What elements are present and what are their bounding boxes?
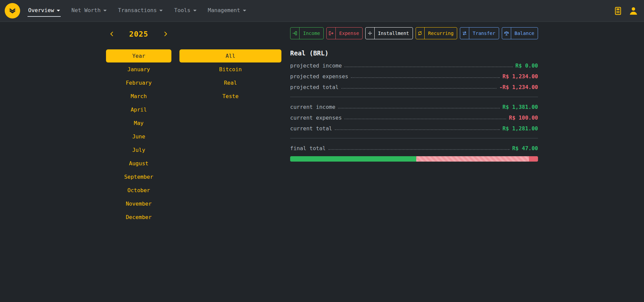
summary-row-final-total: final total R$ 47.00 [290, 143, 538, 154]
dotted-leader [335, 129, 500, 130]
caret-down-icon [193, 10, 197, 11]
dotted-leader [344, 67, 513, 67]
month-item-october[interactable]: October [106, 183, 171, 197]
summary-row-current-total: current total R$ 1,281.00 [290, 123, 538, 134]
repeat-icon [416, 28, 425, 39]
installment-button-label: Installment [375, 28, 413, 39]
nav-item-label: Overview [28, 7, 54, 13]
month-item-april[interactable]: April [106, 103, 171, 116]
chevron-right-icon [163, 31, 169, 37]
row-value: R$ 0.00 [516, 62, 538, 69]
month-item-august[interactable]: August [106, 157, 171, 170]
current-group: current income R$ 1,381.00 current expen… [290, 101, 538, 134]
nav-item-label: Transactions [118, 7, 157, 13]
caret-down-icon [159, 10, 163, 11]
row-value: R$ 1,234.00 [502, 73, 538, 80]
summary-column: Income Expense Installment [290, 27, 538, 162]
year-button[interactable]: Year [106, 49, 171, 62]
expense-button-label: Expense [336, 28, 362, 39]
caret-down-icon [243, 10, 246, 11]
dotted-leader [338, 108, 500, 109]
month-item-january[interactable]: January [106, 62, 171, 76]
summary-row-projected-total: projected total -R$ 1,234.00 [290, 82, 538, 92]
row-value: R$ 1,281.00 [502, 125, 538, 132]
row-value: R$ 47.00 [512, 145, 538, 152]
accounts-column: All Bitcoin Real Teste [179, 27, 281, 103]
caret-down-icon [57, 10, 60, 11]
division-icon [366, 28, 374, 39]
income-button[interactable]: Income [290, 27, 324, 39]
recurring-button[interactable]: Recurring [416, 27, 458, 39]
summary-row-current-income: current income R$ 1,381.00 [290, 101, 538, 112]
all-accounts-button[interactable]: All [179, 49, 281, 62]
month-item-june[interactable]: June [106, 130, 171, 143]
month-item-september[interactable]: September [106, 170, 171, 183]
account-item-teste[interactable]: Teste [179, 89, 281, 103]
next-year-button[interactable] [161, 30, 170, 38]
dotted-leader [341, 88, 497, 89]
row-label: current expenses [290, 115, 342, 121]
box-arrow-out-icon [327, 28, 336, 39]
row-label: projected total [290, 84, 339, 90]
nav-item-transactions[interactable]: Transactions [117, 5, 164, 17]
summary-title: Real (BRL) [290, 49, 538, 57]
row-label: final total [290, 145, 326, 152]
final-group: final total R$ 47.00 [290, 143, 538, 154]
nav-item-tools[interactable]: Tools [173, 5, 197, 17]
month-item-july[interactable]: July [106, 143, 171, 157]
transfer-button[interactable]: Transfer [460, 27, 499, 39]
chevron-left-icon [109, 31, 115, 37]
box-arrow-in-icon [290, 28, 300, 39]
nav-item-label: Management [208, 7, 240, 13]
summary-row-current-expenses: current expenses R$ 100.00 [290, 112, 538, 123]
scales-icon [502, 28, 511, 39]
row-label: current income [290, 104, 335, 110]
month-item-march[interactable]: March [106, 89, 171, 103]
calculator-icon[interactable] [614, 7, 622, 15]
month-item-may[interactable]: May [106, 116, 171, 130]
account-item-bitcoin[interactable]: Bitcoin [179, 62, 281, 76]
installment-button[interactable]: Installment [365, 27, 413, 39]
account-item-real[interactable]: Real [179, 76, 281, 89]
transaction-actions: Income Expense Installment [290, 27, 538, 39]
user-icon[interactable] [629, 6, 638, 15]
period-column: 2025 Year January February March April M… [106, 27, 171, 224]
summary-row-projected-expenses: projected expenses R$ 1,234.00 [290, 71, 538, 82]
navbar-right-icons [614, 6, 638, 15]
dotted-leader [344, 119, 506, 119]
row-label: current total [290, 125, 332, 132]
budget-progress-bar [290, 156, 538, 162]
progress-segment-current-expenses [529, 156, 538, 162]
row-value: R$ 1,381.00 [502, 104, 538, 110]
month-list: January February March April May June Ju… [106, 62, 171, 224]
recurring-button-label: Recurring [425, 28, 457, 39]
year-label: 2025 [129, 30, 148, 38]
row-value: R$ 100.00 [509, 115, 538, 121]
balance-button[interactable]: Balance [502, 27, 538, 39]
double-chevron-logo-icon [8, 6, 17, 15]
month-item-february[interactable]: February [106, 76, 171, 89]
month-item-december[interactable]: December [106, 210, 171, 224]
dotted-leader [328, 149, 509, 150]
account-list: Bitcoin Real Teste [179, 62, 281, 103]
main-nav: Overview Net Worth Transactions Tools Ma… [28, 0, 247, 21]
prev-year-button[interactable] [107, 30, 116, 38]
nav-item-overview[interactable]: Overview [28, 5, 61, 17]
year-selector: 2025 [106, 27, 171, 41]
app-logo[interactable] [5, 3, 20, 18]
caret-down-icon [103, 10, 107, 11]
summary-row-projected-income: projected income R$ 0.00 [290, 60, 538, 71]
divider [290, 97, 538, 97]
nav-item-label: Tools [174, 7, 190, 13]
progress-segment-current-income [290, 156, 416, 162]
row-value: -R$ 1,234.00 [499, 84, 538, 90]
expense-button[interactable]: Expense [326, 27, 363, 39]
nav-item-net-worth[interactable]: Net Worth [71, 5, 107, 17]
row-label: projected income [290, 62, 342, 69]
nav-item-label: Net Worth [71, 7, 101, 13]
month-item-november[interactable]: November [106, 197, 171, 210]
nav-item-management[interactable]: Management [207, 5, 247, 17]
divider [290, 138, 538, 138]
transfer-button-label: Transfer [469, 28, 498, 39]
row-label: projected expenses [290, 73, 348, 80]
